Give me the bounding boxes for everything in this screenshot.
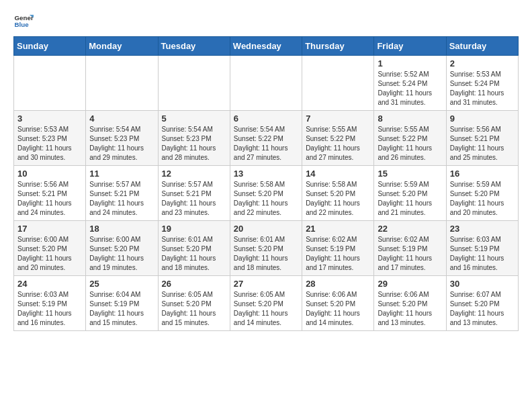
day-number: 16	[450, 169, 515, 179]
day-info: Sunrise: 5:59 AMSunset: 5:20 PMDaylight:…	[378, 180, 442, 218]
day-number: 12	[162, 169, 226, 179]
day-number: 2	[450, 58, 515, 68]
day-info: Sunrise: 5:57 AMSunset: 5:21 PMDaylight:…	[162, 180, 226, 218]
calendar-cell: 30Sunrise: 6:07 AMSunset: 5:20 PMDayligh…	[446, 276, 518, 331]
calendar-cell: 18Sunrise: 6:00 AMSunset: 5:20 PMDayligh…	[86, 221, 158, 276]
calendar-cell	[158, 56, 230, 111]
col-header-wednesday: Wednesday	[230, 37, 302, 56]
calendar-cell: 1Sunrise: 5:52 AMSunset: 5:24 PMDaylight…	[374, 56, 446, 111]
day-info: Sunrise: 6:01 AMSunset: 5:20 PMDaylight:…	[234, 235, 298, 273]
day-number: 25	[89, 279, 154, 289]
calendar-cell: 25Sunrise: 6:04 AMSunset: 5:19 PMDayligh…	[86, 276, 158, 331]
day-info: Sunrise: 5:53 AMSunset: 5:23 PMDaylight:…	[17, 125, 82, 163]
calendar-cell	[14, 56, 86, 111]
calendar-cell: 4Sunrise: 5:54 AMSunset: 5:23 PMDaylight…	[86, 111, 158, 166]
calendar-cell	[230, 56, 302, 111]
calendar-cell: 6Sunrise: 5:54 AMSunset: 5:22 PMDaylight…	[230, 111, 302, 166]
calendar-cell: 8Sunrise: 5:55 AMSunset: 5:22 PMDaylight…	[374, 111, 446, 166]
calendar-cell: 14Sunrise: 5:58 AMSunset: 5:20 PMDayligh…	[302, 166, 374, 221]
day-number: 28	[306, 279, 370, 289]
calendar-cell: 29Sunrise: 6:06 AMSunset: 5:20 PMDayligh…	[374, 276, 446, 331]
logo: General Blue	[13, 11, 34, 31]
day-info: Sunrise: 5:57 AMSunset: 5:21 PMDaylight:…	[89, 180, 154, 218]
calendar-week-5: 24Sunrise: 6:03 AMSunset: 5:19 PMDayligh…	[14, 276, 519, 331]
calendar-week-1: 1Sunrise: 5:52 AMSunset: 5:24 PMDaylight…	[14, 56, 519, 111]
calendar-cell: 15Sunrise: 5:59 AMSunset: 5:20 PMDayligh…	[374, 166, 446, 221]
day-number: 4	[89, 113, 154, 124]
day-number: 26	[162, 279, 226, 289]
calendar-week-4: 17Sunrise: 6:00 AMSunset: 5:20 PMDayligh…	[14, 221, 519, 276]
day-info: Sunrise: 5:54 AMSunset: 5:23 PMDaylight:…	[89, 125, 154, 163]
calendar-week-3: 10Sunrise: 5:56 AMSunset: 5:21 PMDayligh…	[14, 166, 519, 221]
logo-icon: General Blue	[13, 11, 34, 31]
day-info: Sunrise: 5:56 AMSunset: 5:21 PMDaylight:…	[17, 180, 82, 218]
col-header-monday: Monday	[86, 37, 158, 56]
day-info: Sunrise: 6:02 AMSunset: 5:19 PMDaylight:…	[306, 235, 370, 273]
calendar-cell: 22Sunrise: 6:02 AMSunset: 5:19 PMDayligh…	[374, 221, 446, 276]
day-info: Sunrise: 5:58 AMSunset: 5:20 PMDaylight:…	[234, 180, 298, 218]
calendar-cell: 28Sunrise: 6:06 AMSunset: 5:20 PMDayligh…	[302, 276, 374, 331]
calendar-cell: 21Sunrise: 6:02 AMSunset: 5:19 PMDayligh…	[302, 221, 374, 276]
day-number: 30	[450, 279, 515, 289]
day-number: 6	[234, 113, 298, 124]
calendar-cell: 27Sunrise: 6:05 AMSunset: 5:20 PMDayligh…	[230, 276, 302, 331]
calendar-cell: 12Sunrise: 5:57 AMSunset: 5:21 PMDayligh…	[158, 166, 230, 221]
day-info: Sunrise: 5:59 AMSunset: 5:20 PMDaylight:…	[450, 180, 515, 218]
calendar-cell: 23Sunrise: 6:03 AMSunset: 5:19 PMDayligh…	[446, 221, 518, 276]
col-header-tuesday: Tuesday	[158, 37, 230, 56]
day-number: 20	[234, 224, 298, 234]
col-header-friday: Friday	[374, 37, 446, 56]
calendar-cell: 13Sunrise: 5:58 AMSunset: 5:20 PMDayligh…	[230, 166, 302, 221]
day-info: Sunrise: 5:54 AMSunset: 5:23 PMDaylight:…	[162, 125, 226, 163]
day-info: Sunrise: 6:06 AMSunset: 5:20 PMDaylight:…	[378, 290, 442, 328]
calendar-cell: 3Sunrise: 5:53 AMSunset: 5:23 PMDaylight…	[14, 111, 86, 166]
day-info: Sunrise: 6:05 AMSunset: 5:20 PMDaylight:…	[162, 290, 226, 328]
page-header: General Blue	[13, 11, 519, 31]
calendar-cell: 26Sunrise: 6:05 AMSunset: 5:20 PMDayligh…	[158, 276, 230, 331]
calendar-cell: 10Sunrise: 5:56 AMSunset: 5:21 PMDayligh…	[14, 166, 86, 221]
day-number: 27	[234, 279, 298, 289]
day-info: Sunrise: 6:07 AMSunset: 5:20 PMDaylight:…	[450, 290, 515, 328]
day-info: Sunrise: 5:56 AMSunset: 5:21 PMDaylight:…	[450, 125, 515, 163]
day-number: 21	[306, 224, 370, 234]
day-number: 18	[89, 224, 154, 234]
day-number: 10	[17, 169, 82, 179]
calendar-cell	[302, 56, 374, 111]
calendar-cell: 16Sunrise: 5:59 AMSunset: 5:20 PMDayligh…	[446, 166, 518, 221]
calendar-cell: 5Sunrise: 5:54 AMSunset: 5:23 PMDaylight…	[158, 111, 230, 166]
day-info: Sunrise: 5:58 AMSunset: 5:20 PMDaylight:…	[306, 180, 370, 218]
day-info: Sunrise: 5:53 AMSunset: 5:24 PMDaylight:…	[450, 70, 515, 107]
day-info: Sunrise: 5:52 AMSunset: 5:24 PMDaylight:…	[378, 70, 442, 107]
calendar-cell	[86, 56, 158, 111]
day-number: 13	[234, 169, 298, 179]
calendar-table: SundayMondayTuesdayWednesdayThursdayFrid…	[13, 36, 519, 331]
calendar-cell: 7Sunrise: 5:55 AMSunset: 5:22 PMDaylight…	[302, 111, 374, 166]
day-info: Sunrise: 5:55 AMSunset: 5:22 PMDaylight:…	[306, 125, 370, 163]
day-number: 8	[378, 113, 442, 124]
day-info: Sunrise: 6:01 AMSunset: 5:20 PMDaylight:…	[162, 235, 226, 273]
col-header-thursday: Thursday	[302, 37, 374, 56]
day-info: Sunrise: 6:00 AMSunset: 5:20 PMDaylight:…	[89, 235, 154, 273]
calendar-cell: 24Sunrise: 6:03 AMSunset: 5:19 PMDayligh…	[14, 276, 86, 331]
day-number: 15	[378, 169, 442, 179]
day-info: Sunrise: 6:02 AMSunset: 5:19 PMDaylight:…	[378, 235, 442, 273]
calendar-cell: 9Sunrise: 5:56 AMSunset: 5:21 PMDaylight…	[446, 111, 518, 166]
day-number: 19	[162, 224, 226, 234]
calendar-cell: 17Sunrise: 6:00 AMSunset: 5:20 PMDayligh…	[14, 221, 86, 276]
day-number: 11	[89, 169, 154, 179]
day-info: Sunrise: 5:54 AMSunset: 5:22 PMDaylight:…	[234, 125, 298, 163]
day-info: Sunrise: 6:04 AMSunset: 5:19 PMDaylight:…	[89, 290, 154, 328]
day-number: 24	[17, 279, 82, 289]
day-number: 23	[450, 224, 515, 234]
day-info: Sunrise: 6:05 AMSunset: 5:20 PMDaylight:…	[234, 290, 298, 328]
calendar-week-2: 3Sunrise: 5:53 AMSunset: 5:23 PMDaylight…	[14, 111, 519, 166]
day-info: Sunrise: 5:55 AMSunset: 5:22 PMDaylight:…	[378, 125, 442, 163]
day-number: 22	[378, 224, 442, 234]
calendar-cell: 19Sunrise: 6:01 AMSunset: 5:20 PMDayligh…	[158, 221, 230, 276]
day-info: Sunrise: 6:03 AMSunset: 5:19 PMDaylight:…	[17, 290, 82, 328]
col-header-sunday: Sunday	[14, 37, 86, 56]
day-number: 29	[378, 279, 442, 289]
col-header-saturday: Saturday	[446, 37, 518, 56]
day-number: 1	[378, 58, 442, 68]
calendar-cell: 2Sunrise: 5:53 AMSunset: 5:24 PMDaylight…	[446, 56, 518, 111]
